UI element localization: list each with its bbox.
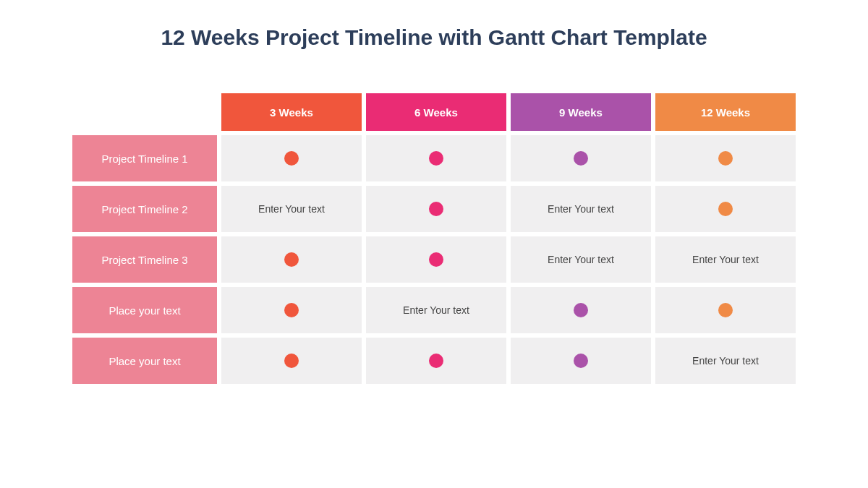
grid-cell xyxy=(221,338,362,384)
status-dot-icon xyxy=(284,151,299,166)
grid-cell xyxy=(655,135,796,181)
status-dot-icon xyxy=(284,354,299,368)
grid-cell xyxy=(221,287,362,333)
column-header: 6 Weeks xyxy=(366,93,506,131)
status-dot-icon xyxy=(718,151,733,166)
status-dot-icon xyxy=(574,151,588,166)
column-header: 12 Weeks xyxy=(655,93,796,131)
grid-cell: Enter Your text xyxy=(511,186,651,232)
row-header: Project Timeline 2 xyxy=(72,186,217,232)
page-title: 12 Weeks Project Timeline with Gantt Cha… xyxy=(43,25,825,50)
status-dot-icon xyxy=(718,303,733,317)
grid-cell: Enter Your text xyxy=(366,287,506,333)
grid-cell: Enter Your text xyxy=(221,186,362,232)
status-dot-icon xyxy=(574,303,588,317)
status-dot-icon xyxy=(429,252,443,267)
status-dot-icon xyxy=(574,354,588,368)
row-header: Project Timeline 3 xyxy=(72,236,217,283)
column-header: 3 Weeks xyxy=(221,93,362,131)
grid-cell: Enter Your text xyxy=(655,236,796,283)
row-header: Project Timeline 1 xyxy=(72,135,217,181)
status-dot-icon xyxy=(718,202,733,216)
grid-cell xyxy=(511,287,651,333)
status-dot-icon xyxy=(429,151,443,166)
grid-cell xyxy=(655,287,796,333)
status-dot-icon xyxy=(284,252,299,267)
grid-cell xyxy=(655,186,796,232)
column-header: 9 Weeks xyxy=(511,93,651,131)
grid-cell xyxy=(511,135,651,181)
grid-cell xyxy=(221,135,362,181)
grid-cell xyxy=(366,236,506,283)
grid-cell xyxy=(511,338,651,384)
status-dot-icon xyxy=(284,303,299,317)
gantt-grid: 3 Weeks6 Weeks9 Weeks12 WeeksProject Tim… xyxy=(72,93,796,384)
status-dot-icon xyxy=(429,354,443,368)
grid-cell xyxy=(221,236,362,283)
grid-cell: Enter Your text xyxy=(655,338,796,384)
grid-cell: Enter Your text xyxy=(511,236,651,283)
status-dot-icon xyxy=(429,202,443,216)
grid-corner xyxy=(72,93,217,131)
row-header: Place your text xyxy=(72,338,217,384)
row-header: Place your text xyxy=(72,287,217,333)
grid-cell xyxy=(366,186,506,232)
grid-cell xyxy=(366,135,506,181)
grid-cell xyxy=(366,338,506,384)
